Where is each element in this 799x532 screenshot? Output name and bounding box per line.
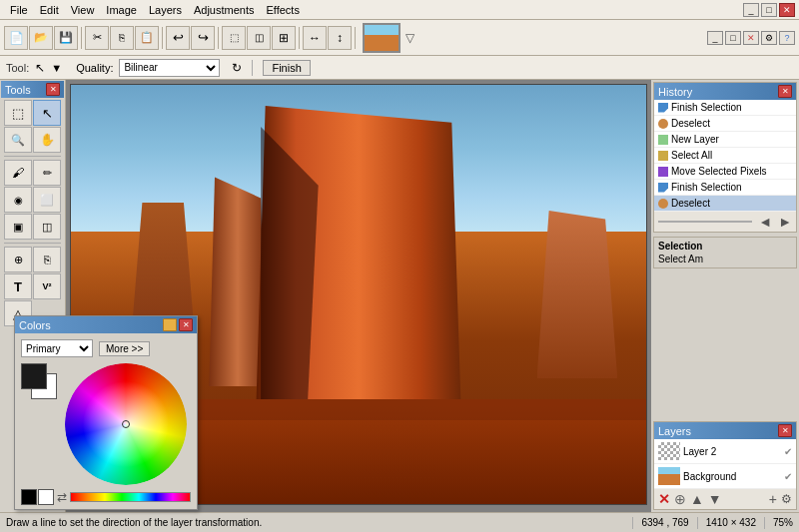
history-close[interactable]: ✕	[778, 85, 792, 98]
color-wheel[interactable]	[65, 363, 187, 485]
fg-color-swatch[interactable]	[21, 363, 47, 389]
layer-delete-btn[interactable]: ✕	[658, 491, 670, 507]
layer-down-btn[interactable]: ▼	[708, 491, 722, 507]
status-bar: Draw a line to set the direction of the …	[0, 512, 799, 532]
history-panel: History ✕ Finish Selection Deselect New …	[653, 82, 797, 233]
history-redo-nav[interactable]: ►	[778, 214, 792, 230]
status-zoom: 75%	[773, 517, 793, 528]
menu-layers[interactable]: Layers	[143, 3, 188, 17]
layers-close[interactable]: ✕	[778, 424, 792, 437]
status-dimensions: 1410 × 432	[706, 517, 756, 528]
new-button[interactable]: 📄	[4, 26, 28, 50]
history-item[interactable]: Finish Selection	[654, 180, 796, 196]
layer-item-bg[interactable]: Background ✔	[654, 464, 796, 489]
save-button[interactable]: 💾	[54, 26, 78, 50]
tb-info[interactable]: ?	[779, 31, 795, 45]
tool-eraser[interactable]: ⬜	[33, 187, 61, 213]
menu-effects[interactable]: Effects	[261, 3, 306, 17]
selection-label: Selection	[658, 241, 792, 252]
black-swatch[interactable]	[21, 489, 37, 505]
tb-btn5[interactable]: ⬚	[222, 26, 246, 50]
tb-btn6[interactable]: ◫	[247, 26, 271, 50]
status-coords: 6394 , 769	[641, 517, 688, 528]
open-button[interactable]: 📂	[29, 26, 53, 50]
layer-up-btn[interactable]: ▲	[690, 491, 704, 507]
tb-settings[interactable]: ⚙	[761, 31, 777, 45]
tool-selection[interactable]: ⬚	[4, 100, 32, 126]
tools-separator2	[4, 243, 61, 244]
window-close[interactable]: ✕	[779, 3, 795, 17]
tool-move[interactable]: ↖	[33, 100, 61, 126]
tb-btn7[interactable]: ⊞	[272, 26, 296, 50]
history-item-active[interactable]: Deselect	[654, 196, 796, 212]
tb-minimize[interactable]: _	[707, 31, 723, 45]
tb-close[interactable]: ✕	[743, 31, 759, 45]
history-item[interactable]: New Layer	[654, 132, 796, 148]
tool-clone[interactable]: ⎘	[33, 247, 61, 272]
right-panels: History ✕ Finish Selection Deselect New …	[651, 80, 799, 512]
white-swatch[interactable]	[38, 489, 54, 505]
hue-bar[interactable]	[70, 492, 191, 502]
history-item[interactable]: Deselect	[654, 116, 796, 132]
primary-select[interactable]: Primary Secondary	[21, 339, 93, 357]
colors-body: Primary Secondary More >>	[15, 333, 197, 509]
undo-button[interactable]: ↩	[166, 26, 190, 50]
layers-toolbar: ✕ ⊕ ▲ ▼ + ⚙	[654, 489, 796, 509]
window-minimize[interactable]: _	[743, 3, 759, 17]
toolbar-sep5	[355, 27, 356, 49]
layer-add-btn[interactable]: +	[769, 491, 777, 507]
tools-separator	[4, 156, 61, 157]
colors-panel: Colors ✕ Primary Secondary More >>	[14, 315, 198, 510]
tool-colorpicker[interactable]: ⊕	[4, 247, 32, 272]
menu-file[interactable]: File	[4, 3, 34, 17]
layer-item-2[interactable]: Layer 2 ✔	[654, 439, 796, 464]
colors-close[interactable]: ✕	[179, 318, 193, 331]
quality-label: Quality:	[76, 62, 113, 74]
toolbar-sep2	[162, 27, 163, 49]
copy-button[interactable]: ⎘	[110, 26, 134, 50]
history-panel-header: History ✕	[654, 83, 796, 100]
tool-pencil[interactable]: ✏	[33, 160, 61, 186]
status-separator	[632, 517, 633, 529]
swap-colors[interactable]: ⇄	[57, 490, 67, 504]
tool-dropdown[interactable]: ▼	[51, 62, 62, 74]
cut-button[interactable]: ✂	[85, 26, 109, 50]
colors-minimize[interactable]	[163, 318, 177, 331]
history-item[interactable]: Select All	[654, 148, 796, 164]
menu-edit[interactable]: Edit	[34, 3, 65, 17]
quality-select[interactable]: Bilinear Bicubic Nearest Neighbor	[119, 59, 220, 77]
tool-gradient[interactable]: ◫	[33, 214, 61, 240]
finish-button[interactable]: Finish	[263, 60, 310, 76]
status-separator3	[764, 517, 765, 529]
history-item[interactable]: Move Selected Pixels	[654, 164, 796, 180]
tool-zoom[interactable]: 🔍	[4, 127, 32, 153]
separator-v	[252, 60, 253, 76]
window-maximize[interactable]: □	[761, 3, 777, 17]
tool-pan[interactable]: ✋	[33, 127, 61, 153]
selection-arrow: ▽	[405, 31, 414, 45]
more-button[interactable]: More >>	[99, 341, 150, 356]
menu-view[interactable]: View	[65, 3, 101, 17]
layer-merge-btn[interactable]: ⊕	[674, 491, 686, 507]
layer-bg-vis[interactable]: ✔	[784, 471, 792, 482]
rotate-btn[interactable]: ↻	[232, 61, 242, 75]
layer-2-vis[interactable]: ✔	[784, 446, 792, 457]
paste-button[interactable]: 📋	[135, 26, 159, 50]
layer-2-thumb	[658, 442, 680, 460]
tool-bucket[interactable]: ▣	[4, 214, 32, 240]
tool-text[interactable]: T	[4, 273, 32, 299]
menu-adjustments[interactable]: Adjustments	[188, 3, 261, 17]
history-item[interactable]: Finish Selection	[654, 100, 796, 116]
tb-btn8[interactable]: ↔	[303, 26, 327, 50]
tools-panel-close[interactable]: ✕	[46, 83, 60, 96]
tool-recolor[interactable]: 🖌	[4, 160, 32, 186]
tb-btn9[interactable]: ↕	[328, 26, 352, 50]
layer-settings-btn[interactable]: ⚙	[781, 492, 792, 506]
toolbar: 📄 📂 💾 ✂ ⎘ 📋 ↩ ↪ ⬚ ◫ ⊞ ↔ ↕ ▽ _ □ ✕ ⚙ ?	[0, 20, 799, 56]
history-undo-nav[interactable]: ◄	[758, 214, 772, 230]
tool-magic-wand[interactable]: V²	[33, 273, 61, 299]
tb-maximize[interactable]: □	[725, 31, 741, 45]
redo-button[interactable]: ↪	[191, 26, 215, 50]
menu-image[interactable]: Image	[100, 3, 143, 17]
tool-brush[interactable]: ◉	[4, 187, 32, 213]
